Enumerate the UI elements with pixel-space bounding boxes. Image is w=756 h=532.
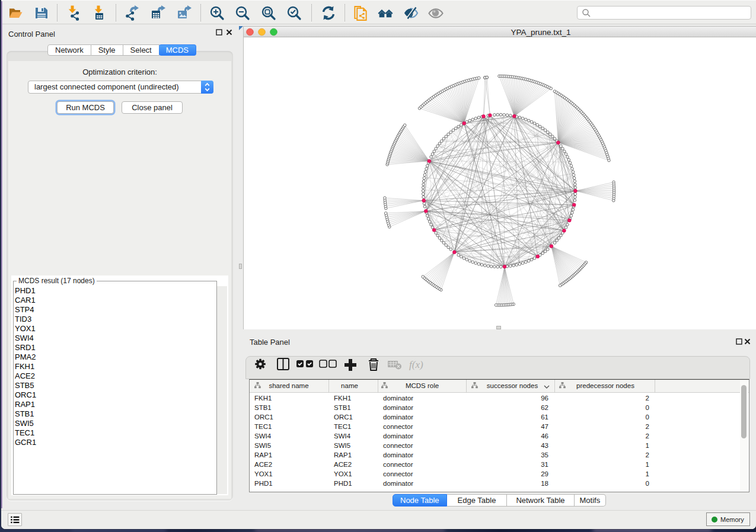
svg-text:f(x): f(x)	[409, 359, 423, 370]
